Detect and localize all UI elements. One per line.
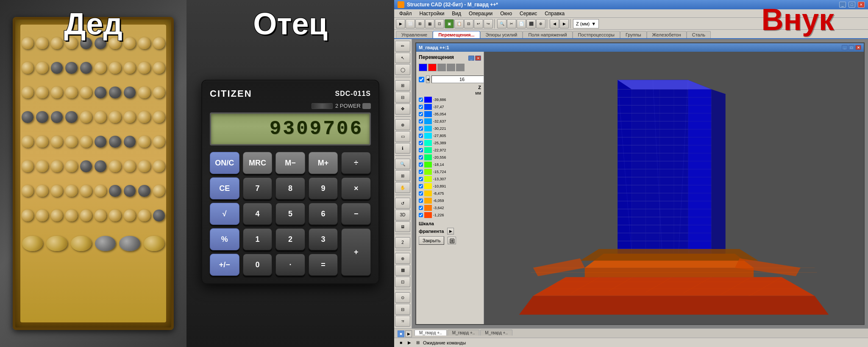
legend-item-check[interactable] (419, 98, 423, 102)
legend-item-check[interactable] (419, 184, 423, 188)
legend-close-button[interactable]: Закрыть (419, 236, 444, 245)
viewport-maximize[interactable]: □ (849, 45, 854, 50)
toolbar-btn-10[interactable]: ↪ (484, 19, 493, 28)
left-tool-misc2[interactable]: ▦ (395, 265, 410, 276)
menu-help[interactable]: Справка (541, 10, 568, 17)
legend-color-gray2[interactable] (447, 64, 455, 71)
tab-icon-1[interactable]: ■ (398, 330, 404, 337)
legend-item-check[interactable] (419, 162, 423, 167)
tab-forces[interactable]: Эпюры усилий (480, 31, 523, 38)
menu-window[interactable]: Окно (497, 10, 515, 17)
calculator-buttons[interactable]: ON/C MRC M− M+ ÷ CE 7 8 9 × √ 4 5 6 − % … (210, 152, 371, 276)
btn-divide[interactable]: ÷ (341, 152, 371, 174)
btn-mminus[interactable]: M− (275, 152, 305, 174)
tab-steel[interactable]: Сталь (687, 31, 711, 38)
btn-8[interactable]: 8 (275, 177, 305, 199)
legend-item-check[interactable] (419, 170, 423, 174)
btn-multiply[interactable]: × (341, 177, 371, 199)
toolbar-btn-5[interactable]: ⊡ (435, 19, 444, 28)
toolbar-btn-3[interactable]: ⊞ (415, 19, 425, 28)
left-tool-mesh[interactable]: ⊞ (395, 80, 410, 91)
legend-item-check[interactable] (419, 134, 423, 138)
btn-1[interactable]: 1 (243, 228, 273, 250)
bottom-tab-2[interactable]: М_гвард +.. (448, 330, 480, 336)
left-tool-misc3[interactable]: ⊡ (395, 277, 410, 288)
toolbar-btn-16[interactable]: ◀ (550, 19, 559, 28)
left-tool-num[interactable]: 2 (395, 237, 410, 248)
left-tool-info[interactable]: ℹ (395, 143, 410, 154)
toolbar-z-dropdown[interactable]: Z (мм) ▼ (573, 19, 599, 28)
toolbar-btn-6[interactable]: ▣ (445, 19, 454, 28)
legend-item-check[interactable] (419, 126, 423, 131)
btn-onc[interactable]: ON/C (210, 152, 239, 174)
btn-percent[interactable]: % (210, 228, 239, 250)
btn-6[interactable]: 6 (309, 203, 338, 225)
legend-item-check[interactable] (419, 191, 423, 196)
legend-item-check[interactable] (419, 177, 423, 181)
legend-color-red[interactable] (428, 64, 437, 71)
btn-plusminus[interactable]: +/− (210, 254, 239, 276)
btn-mplus[interactable]: M+ (309, 152, 338, 174)
btn-5[interactable]: 5 (275, 203, 305, 225)
cad-close-button[interactable]: ✕ (858, 2, 865, 8)
menu-file[interactable]: Файл (396, 10, 415, 17)
legend-item-check[interactable] (419, 141, 423, 145)
tab-concrete[interactable]: Железобетон (647, 31, 687, 38)
cad-minimize-button[interactable]: _ (839, 2, 846, 8)
legend-item-check[interactable] (419, 119, 423, 123)
tab-displacements[interactable]: Перемещения... (433, 31, 480, 38)
toolbar-btn-17[interactable]: ▶ (559, 19, 569, 28)
menu-operations[interactable]: Операции (465, 10, 496, 17)
bottom-tab-1[interactable]: М_гвард +.. (415, 330, 447, 336)
legend-fragment-btn[interactable]: ▶ (447, 228, 454, 235)
legend-item-check[interactable] (419, 206, 423, 210)
toolbar-btn-7[interactable]: 📋 (454, 19, 464, 28)
menu-view[interactable]: Вид (448, 10, 465, 17)
btn-3[interactable]: 3 (309, 228, 338, 250)
left-tool-misc5[interactable]: ⊟ (395, 304, 410, 315)
left-tool-3d[interactable]: 3D (395, 210, 410, 221)
legend-color-gray3[interactable] (456, 64, 465, 71)
left-tool-misc4[interactable]: ⊙ (395, 292, 410, 303)
legend-close[interactable]: ✕ (475, 56, 481, 61)
left-tool-zoom[interactable]: 🔍 (395, 159, 410, 170)
btn-9[interactable]: 9 (309, 177, 338, 199)
toolbar-btn-11[interactable]: 🔍 (497, 19, 506, 28)
cad-maximize-button[interactable]: □ (849, 2, 855, 8)
btn-equals[interactable]: = (309, 254, 338, 276)
toolbar-btn-2[interactable]: ⬜ (406, 19, 415, 28)
left-tool-element[interactable]: ▭ (395, 131, 410, 142)
btn-plus[interactable]: + (341, 228, 371, 276)
tab-groups[interactable]: Группы (620, 31, 647, 38)
btn-minus[interactable]: − (341, 203, 371, 225)
tab-postprocessors[interactable]: Постпроцессоры (573, 31, 620, 38)
tab-icon-2[interactable]: ▶ (405, 330, 412, 337)
left-tool-misc6[interactable]: ?f (395, 316, 410, 327)
legend-down-btn[interactable]: ◀ (426, 76, 430, 83)
btn-4[interactable]: 4 (243, 203, 273, 225)
menu-service[interactable]: Сервис (516, 10, 540, 17)
btn-ce[interactable]: CE (210, 177, 239, 199)
legend-item-check[interactable] (419, 105, 423, 109)
bottom-tab-3[interactable]: М_гвард +.. (480, 330, 512, 336)
btn-sqrt[interactable]: √ (210, 203, 239, 225)
left-tool-node[interactable]: ⊕ (395, 119, 410, 130)
tab-management[interactable]: Управление (396, 31, 433, 38)
toolbar-btn-1[interactable]: ▶ (396, 19, 405, 28)
toolbar-btn-4[interactable]: ▦ (425, 19, 434, 28)
left-tool-select[interactable]: ↖ (395, 53, 410, 64)
left-tool-pan[interactable]: ✋ (395, 182, 410, 193)
toolbar-btn-12[interactable]: ✂ (507, 19, 516, 28)
legend-checkbox[interactable] (419, 77, 424, 82)
btn-0[interactable]: 0 (243, 254, 273, 276)
legend-item-check[interactable] (419, 148, 423, 152)
left-tool-rotate[interactable]: ↺ (395, 198, 410, 209)
legend-color-gray[interactable] (437, 64, 446, 71)
legend-item-check[interactable] (419, 199, 423, 203)
legend-item-check[interactable] (419, 155, 423, 160)
toolbar-btn-13[interactable]: 📄 (517, 19, 526, 28)
left-tool-draw[interactable]: ✏ (395, 41, 410, 52)
btn-2[interactable]: 2 (275, 228, 305, 250)
left-tool-move[interactable]: ✥ (395, 104, 410, 115)
legend-color-blue[interactable] (419, 64, 427, 71)
